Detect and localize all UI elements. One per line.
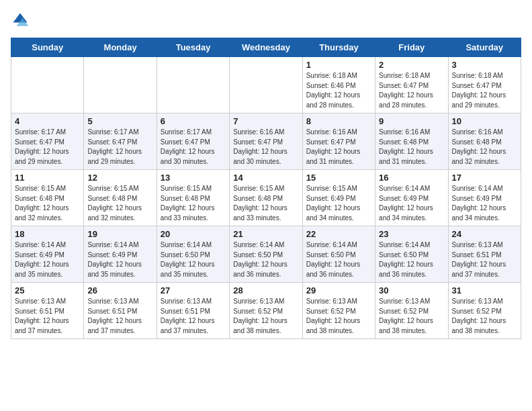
calendar-day-cell: 25Sunrise: 6:13 AM Sunset: 6:51 PM Dayli… [11, 283, 84, 339]
day-info: Sunrise: 6:16 AM Sunset: 6:47 PM Dayligh… [233, 128, 298, 167]
day-number: 14 [233, 173, 298, 183]
day-info: Sunrise: 6:15 AM Sunset: 6:49 PM Dayligh… [306, 184, 371, 223]
day-number: 15 [306, 173, 371, 183]
day-info: Sunrise: 6:15 AM Sunset: 6:48 PM Dayligh… [87, 184, 152, 223]
day-number: 1 [306, 60, 371, 70]
calendar-week-row: 4Sunrise: 6:17 AM Sunset: 6:47 PM Daylig… [11, 113, 521, 170]
day-number: 19 [87, 229, 152, 239]
day-number: 20 [161, 229, 226, 239]
calendar-day-cell [230, 57, 302, 113]
day-number: 18 [15, 229, 80, 239]
day-number: 7 [233, 116, 298, 126]
day-info: Sunrise: 6:15 AM Sunset: 6:48 PM Dayligh… [15, 184, 80, 223]
calendar-day-cell: 26Sunrise: 6:13 AM Sunset: 6:51 PM Dayli… [84, 283, 157, 339]
day-info: Sunrise: 6:17 AM Sunset: 6:47 PM Dayligh… [15, 128, 80, 167]
day-number: 29 [306, 285, 371, 295]
calendar-day-cell: 1Sunrise: 6:18 AM Sunset: 6:46 PM Daylig… [302, 57, 375, 113]
day-info: Sunrise: 6:16 AM Sunset: 6:48 PM Dayligh… [452, 128, 517, 167]
day-info: Sunrise: 6:14 AM Sunset: 6:50 PM Dayligh… [233, 240, 298, 279]
day-info: Sunrise: 6:13 AM Sunset: 6:51 PM Dayligh… [15, 297, 80, 336]
calendar-week-row: 1Sunrise: 6:18 AM Sunset: 6:46 PM Daylig… [11, 57, 521, 113]
logo-icon [11, 11, 30, 30]
day-info: Sunrise: 6:13 AM Sunset: 6:52 PM Dayligh… [233, 297, 298, 336]
day-info: Sunrise: 6:15 AM Sunset: 6:48 PM Dayligh… [161, 184, 226, 223]
day-info: Sunrise: 6:17 AM Sunset: 6:47 PM Dayligh… [161, 128, 226, 167]
day-info: Sunrise: 6:15 AM Sunset: 6:48 PM Dayligh… [233, 184, 298, 223]
calendar-day-cell: 30Sunrise: 6:13 AM Sunset: 6:52 PM Dayli… [375, 283, 448, 339]
day-number: 9 [379, 116, 444, 126]
calendar-day-cell: 12Sunrise: 6:15 AM Sunset: 6:48 PM Dayli… [84, 170, 157, 226]
day-number: 10 [452, 116, 517, 126]
day-of-week-header: Saturday [448, 38, 521, 57]
calendar-week-row: 25Sunrise: 6:13 AM Sunset: 6:51 PM Dayli… [11, 283, 521, 339]
day-number: 2 [379, 60, 444, 70]
day-number: 5 [87, 116, 152, 126]
calendar-day-cell: 20Sunrise: 6:14 AM Sunset: 6:50 PM Dayli… [157, 226, 229, 283]
day-number: 4 [15, 116, 80, 126]
day-info: Sunrise: 6:13 AM Sunset: 6:52 PM Dayligh… [306, 297, 371, 336]
calendar-day-cell: 31Sunrise: 6:13 AM Sunset: 6:52 PM Dayli… [448, 283, 521, 339]
day-number: 21 [233, 229, 298, 239]
calendar-day-cell: 15Sunrise: 6:15 AM Sunset: 6:49 PM Dayli… [302, 170, 375, 226]
day-number: 8 [306, 116, 371, 126]
calendar-day-cell: 13Sunrise: 6:15 AM Sunset: 6:48 PM Dayli… [157, 170, 229, 226]
day-of-week-header: Tuesday [157, 38, 229, 57]
day-number: 12 [87, 173, 152, 183]
calendar-day-cell: 8Sunrise: 6:16 AM Sunset: 6:47 PM Daylig… [302, 113, 375, 170]
day-info: Sunrise: 6:13 AM Sunset: 6:51 PM Dayligh… [87, 297, 152, 336]
day-info: Sunrise: 6:18 AM Sunset: 6:47 PM Dayligh… [379, 71, 444, 110]
calendar-day-cell: 5Sunrise: 6:17 AM Sunset: 6:47 PM Daylig… [84, 113, 157, 170]
calendar-day-cell: 21Sunrise: 6:14 AM Sunset: 6:50 PM Dayli… [230, 226, 302, 283]
calendar-day-cell: 3Sunrise: 6:18 AM Sunset: 6:47 PM Daylig… [448, 57, 521, 113]
calendar-day-cell: 14Sunrise: 6:15 AM Sunset: 6:48 PM Dayli… [230, 170, 302, 226]
day-of-week-header: Friday [375, 38, 448, 57]
day-number: 6 [161, 116, 226, 126]
day-of-week-header: Wednesday [230, 38, 302, 57]
day-info: Sunrise: 6:16 AM Sunset: 6:47 PM Dayligh… [306, 128, 371, 167]
day-number: 3 [452, 60, 517, 70]
day-info: Sunrise: 6:13 AM Sunset: 6:52 PM Dayligh… [379, 297, 444, 336]
calendar-day-cell [11, 57, 84, 113]
day-info: Sunrise: 6:13 AM Sunset: 6:51 PM Dayligh… [161, 297, 226, 336]
day-of-week-header: Sunday [11, 38, 84, 57]
day-of-week-header: Thursday [302, 38, 375, 57]
day-number: 11 [15, 173, 80, 183]
calendar-day-cell: 22Sunrise: 6:14 AM Sunset: 6:50 PM Dayli… [302, 226, 375, 283]
calendar-day-cell: 28Sunrise: 6:13 AM Sunset: 6:52 PM Dayli… [230, 283, 302, 339]
day-info: Sunrise: 6:14 AM Sunset: 6:50 PM Dayligh… [161, 240, 226, 279]
days-of-week-row: SundayMondayTuesdayWednesdayThursdayFrid… [11, 38, 521, 57]
day-number: 16 [379, 173, 444, 183]
day-info: Sunrise: 6:14 AM Sunset: 6:49 PM Dayligh… [379, 184, 444, 223]
calendar-day-cell: 9Sunrise: 6:16 AM Sunset: 6:48 PM Daylig… [375, 113, 448, 170]
calendar-week-row: 18Sunrise: 6:14 AM Sunset: 6:49 PM Dayli… [11, 226, 521, 283]
day-number: 26 [87, 285, 152, 295]
logo [11, 11, 32, 30]
day-number: 30 [379, 285, 444, 295]
calendar-day-cell: 2Sunrise: 6:18 AM Sunset: 6:47 PM Daylig… [375, 57, 448, 113]
day-info: Sunrise: 6:14 AM Sunset: 6:49 PM Dayligh… [15, 240, 80, 279]
calendar-body: 1Sunrise: 6:18 AM Sunset: 6:46 PM Daylig… [11, 57, 521, 339]
calendar-day-cell [84, 57, 157, 113]
calendar-day-cell: 11Sunrise: 6:15 AM Sunset: 6:48 PM Dayli… [11, 170, 84, 226]
day-info: Sunrise: 6:17 AM Sunset: 6:47 PM Dayligh… [87, 128, 152, 167]
day-number: 28 [233, 285, 298, 295]
day-of-week-header: Monday [84, 38, 157, 57]
calendar-week-row: 11Sunrise: 6:15 AM Sunset: 6:48 PM Dayli… [11, 170, 521, 226]
day-number: 31 [452, 285, 517, 295]
day-info: Sunrise: 6:13 AM Sunset: 6:51 PM Dayligh… [452, 240, 517, 279]
day-info: Sunrise: 6:18 AM Sunset: 6:47 PM Dayligh… [452, 71, 517, 110]
calendar-day-cell: 4Sunrise: 6:17 AM Sunset: 6:47 PM Daylig… [11, 113, 84, 170]
calendar-day-cell: 24Sunrise: 6:13 AM Sunset: 6:51 PM Dayli… [448, 226, 521, 283]
calendar-table: SundayMondayTuesdayWednesdayThursdayFrid… [11, 38, 521, 339]
page-header [11, 11, 521, 30]
day-info: Sunrise: 6:14 AM Sunset: 6:49 PM Dayligh… [452, 184, 517, 223]
day-info: Sunrise: 6:14 AM Sunset: 6:49 PM Dayligh… [87, 240, 152, 279]
calendar-day-cell [157, 57, 229, 113]
day-number: 23 [379, 229, 444, 239]
calendar-day-cell: 18Sunrise: 6:14 AM Sunset: 6:49 PM Dayli… [11, 226, 84, 283]
calendar-day-cell: 17Sunrise: 6:14 AM Sunset: 6:49 PM Dayli… [448, 170, 521, 226]
day-number: 22 [306, 229, 371, 239]
calendar-day-cell: 29Sunrise: 6:13 AM Sunset: 6:52 PM Dayli… [302, 283, 375, 339]
calendar-day-cell: 19Sunrise: 6:14 AM Sunset: 6:49 PM Dayli… [84, 226, 157, 283]
day-info: Sunrise: 6:13 AM Sunset: 6:52 PM Dayligh… [452, 297, 517, 336]
